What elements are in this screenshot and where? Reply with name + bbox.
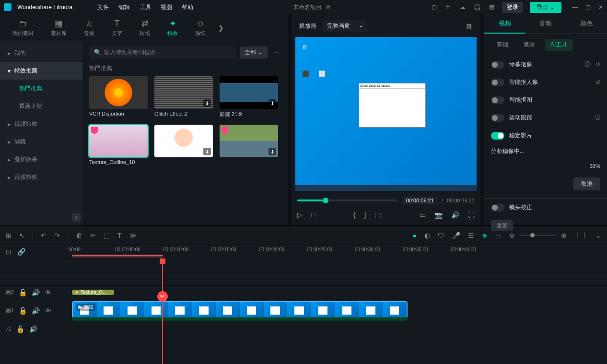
download-icon[interactable]: ⬇	[203, 99, 211, 107]
mute-icon[interactable]: 🔊	[32, 289, 40, 296]
tab-my-media[interactable]: 🗀我的素材	[4, 16, 42, 40]
more-options-button[interactable]: ⋯	[271, 49, 281, 56]
selection-range[interactable]	[72, 255, 163, 258]
tab-color-props[interactable]: 颜色	[566, 14, 607, 34]
crop-button[interactable]: ⬚	[104, 232, 110, 239]
filter-all-button[interactable]: 全部⌄	[240, 47, 268, 59]
download-icon[interactable]: ⬇	[268, 148, 276, 155]
device-icon[interactable]: ▢	[430, 3, 438, 11]
mute-icon[interactable]: 🔊	[32, 307, 40, 315]
menu-view[interactable]: 视图	[161, 3, 172, 12]
export-button[interactable]: 导出⌄	[530, 2, 561, 13]
snapshot-icon[interactable]: 🖼	[465, 23, 473, 30]
link-icon[interactable]: 🔗	[17, 248, 25, 256]
sidebar-item-filters[interactable]: ▸滤鏡	[0, 133, 82, 151]
mark-in-icon[interactable]: {	[353, 211, 356, 219]
playhead-handle[interactable]	[160, 258, 165, 264]
download-icon[interactable]: ⬇	[203, 148, 211, 155]
settings-icon[interactable]: ⋮⋮	[574, 232, 588, 239]
playback-scrubber[interactable]	[297, 200, 398, 201]
scrubber-thumb[interactable]	[323, 198, 328, 203]
menu-tools[interactable]: 工具	[140, 3, 151, 12]
zoom-slider[interactable]	[519, 235, 557, 236]
reset-icon[interactable]: ↺	[595, 79, 600, 86]
subtab-basic[interactable]: 基础	[491, 39, 514, 51]
effect-card[interactable]: ⬇	[154, 125, 213, 165]
ratio-icon[interactable]: ⬚	[375, 211, 381, 219]
toggle-stabilize[interactable]	[491, 132, 504, 140]
undo-button[interactable]: ↶	[41, 232, 47, 239]
tab-text[interactable]: T文字	[103, 16, 131, 40]
info-icon[interactable]: ⓘ	[585, 60, 591, 69]
menu-edit[interactable]: 编辑	[118, 3, 130, 12]
cancel-button[interactable]: 取消	[573, 177, 600, 190]
redo-button[interactable]: ↷	[54, 232, 60, 239]
mark-out-icon[interactable]: }	[364, 211, 367, 219]
delete-button[interactable]: 🗑	[76, 232, 82, 239]
menu-file[interactable]: 文件	[97, 3, 109, 12]
sidebar-item-overlay[interactable]: ▸叠加效果	[0, 151, 82, 168]
search-input[interactable]	[104, 49, 231, 56]
tab-stock[interactable]: ▦素材库	[42, 15, 75, 40]
subtab-mask[interactable]: 遮罩	[518, 39, 541, 51]
sidebar-item-mine[interactable]: ▸我的	[0, 44, 82, 62]
tab-video-props[interactable]: 视频	[484, 14, 525, 34]
expand-icon[interactable]: ⌄	[595, 232, 601, 239]
toggle-ai-cutout[interactable]	[491, 96, 504, 104]
layout-icon[interactable]: ⊞	[6, 232, 12, 239]
track-video-body[interactable]: ▶ 测试	[67, 299, 607, 322]
effect-card[interactable]: ⬇影院 21:9	[220, 76, 278, 118]
track-add-icon[interactable]: ⊡	[6, 248, 12, 256]
maximize-button[interactable]: ▢	[585, 4, 591, 11]
quality-select[interactable]: 完整画质	[322, 20, 367, 32]
tabs-more-icon[interactable]: ❯	[218, 24, 224, 32]
effect-card[interactable]: ⬇Glitch Effect 2	[154, 76, 213, 118]
toggle-smart-cutout[interactable]	[491, 79, 504, 86]
search-box[interactable]: 🔍	[89, 46, 236, 59]
track-audio-body[interactable]	[67, 322, 607, 335]
shield-icon[interactable]: 🛡	[438, 232, 444, 239]
sidebar-collapse-button[interactable]: ‹	[72, 213, 81, 222]
speed-icon[interactable]: ◐	[424, 232, 430, 239]
stop-button[interactable]: □	[311, 211, 315, 219]
track-fx-body[interactable]: ✦Texture_O...	[67, 286, 607, 299]
magnet-icon[interactable]: ⋇	[482, 232, 488, 239]
pointer-icon[interactable]: ↖	[19, 232, 25, 239]
volume-icon[interactable]: 🔊	[451, 211, 459, 219]
more-tools-button[interactable]: ≫	[129, 232, 137, 239]
fx-clip[interactable]: ✦Texture_O...	[72, 290, 114, 295]
effect-card[interactable]: VCR Distortion	[89, 76, 148, 118]
cut-button[interactable]: ✂	[90, 232, 96, 239]
sidebar-sub-latest[interactable]: 最新上架	[0, 97, 82, 115]
info-icon[interactable]: ⓘ	[595, 114, 600, 122]
playhead-cut-button[interactable]: ✂	[157, 291, 168, 302]
tab-effects[interactable]: ✦特效	[159, 15, 187, 40]
sidebar-sub-popular[interactable]: 热門推薦	[0, 80, 82, 97]
subtab-ai-tools[interactable]: AI工具	[545, 39, 573, 51]
sidebar-item-recommend[interactable]: ▾特效推薦	[0, 62, 82, 80]
ai-button[interactable]: ●	[413, 232, 417, 239]
login-button[interactable]: 登录	[502, 2, 523, 13]
toggle-chroma-key[interactable]	[491, 61, 504, 69]
effect-card[interactable]: ⬇	[220, 125, 278, 165]
save-icon[interactable]: 🗀	[444, 3, 452, 11]
tab-audio[interactable]: ♫音频	[75, 16, 103, 40]
mute-icon[interactable]: 🔊	[29, 325, 37, 333]
fullscreen-icon[interactable]: ⛶	[468, 211, 475, 219]
mic-icon[interactable]: 🎤	[452, 232, 460, 239]
list-icon[interactable]: ☰	[468, 232, 474, 239]
lock-icon[interactable]: 🔓	[16, 325, 24, 333]
zoom-in-button[interactable]: ⊕	[561, 232, 567, 239]
sidebar-item-audio-fx[interactable]: ▸音频特效	[0, 168, 82, 186]
camera-icon[interactable]: 📷	[434, 211, 443, 219]
text-button[interactable]: T	[117, 232, 122, 239]
play-button[interactable]: ▷	[297, 211, 303, 219]
headphone-icon[interactable]: 🎧	[473, 3, 481, 11]
cloud-icon[interactable]: ☁	[459, 3, 467, 11]
grid-icon[interactable]: ▦	[488, 3, 495, 11]
menu-help[interactable]: 帮助	[182, 3, 193, 12]
zoom-out-button[interactable]: ⊖	[509, 232, 515, 239]
tab-stickers[interactable]: ☺贴纸	[187, 16, 214, 40]
minimize-button[interactable]: —	[572, 4, 578, 11]
marker-icon[interactable]: ▭	[495, 232, 502, 239]
